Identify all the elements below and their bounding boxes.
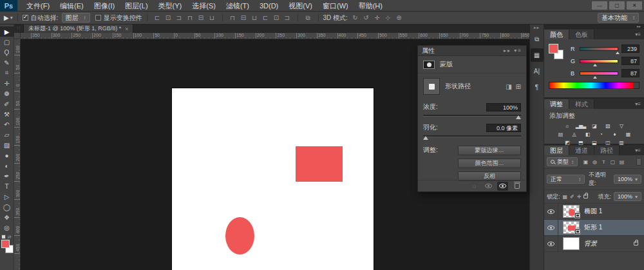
lock-pixels-icon[interactable]: ✐ <box>570 194 574 200</box>
channel-value-R[interactable]: 239 <box>621 44 639 53</box>
black-white-icon[interactable]: ◧ <box>582 130 593 138</box>
channel-slider-R[interactable] <box>580 47 618 51</box>
vibrance-icon[interactable]: ▽ <box>616 122 627 130</box>
align-vertical-centers-icon[interactable]: ⊟ <box>196 14 207 21</box>
menu-item-10[interactable]: 帮助(H) <box>354 0 388 12</box>
menu-item-3[interactable]: 图层(L) <box>120 0 153 12</box>
menu-item-7[interactable]: 3D(D) <box>254 0 283 12</box>
3d-roll-icon[interactable]: ↺ <box>361 14 372 21</box>
menu-item-5[interactable]: 选择(S) <box>187 0 221 12</box>
3d-drag-icon[interactable]: ✛ <box>372 14 383 21</box>
3d-slide-icon[interactable]: ⊹ <box>383 14 393 21</box>
density-slider-thumb[interactable] <box>516 115 521 119</box>
channel-mixer-icon[interactable]: ♦ <box>609 130 620 138</box>
zoom-tool[interactable]: ◎ <box>0 222 14 233</box>
filter-smart-objects-icon[interactable]: ▤ <box>618 158 626 166</box>
filter-switch-toggle[interactable] <box>636 158 641 166</box>
color-balance-icon[interactable]: ◬ <box>568 130 580 138</box>
disable-mask-icon[interactable] <box>497 182 508 191</box>
lock-transparency-icon[interactable]: ▦ <box>563 194 568 200</box>
auto-select-dropdown[interactable]: 图层↕ <box>62 13 90 23</box>
path-selection-tool[interactable]: ▷ <box>0 191 14 202</box>
exposure-icon[interactable]: ▧ <box>602 122 614 130</box>
layer-thumbnail[interactable] <box>563 237 580 250</box>
workspace-switcher[interactable]: 基本功能↕ <box>598 13 639 23</box>
tab-close-icon[interactable]: × <box>125 26 128 32</box>
brush-tool[interactable]: ✐ <box>0 99 14 109</box>
distribute-right-edges-icon[interactable]: ⊐ <box>282 14 293 21</box>
photo-filter-icon[interactable]: ◔ <box>595 130 607 138</box>
foreground-color-swatch[interactable] <box>549 44 558 53</box>
pen-tool[interactable]: ✒ <box>0 171 14 181</box>
default-colors-icon[interactable] <box>1 235 6 239</box>
ruler-vertical[interactable]: 10050050100150200250300350400450 <box>14 39 21 270</box>
document-canvas[interactable] <box>172 88 374 270</box>
properties-panel-header[interactable]: 属性 ▸▸ ▾≡ <box>418 46 526 56</box>
shape-tool[interactable]: ◯ <box>0 202 14 212</box>
layers-panel-menu-icon[interactable]: ▾≡ <box>632 148 644 153</box>
layer-visibility-toggle[interactable] <box>544 204 558 219</box>
blur-tool[interactable]: ● <box>0 150 14 160</box>
fill-dropdown[interactable]: 100% ▾ <box>614 192 641 201</box>
shape-path-thumbnail[interactable] <box>423 78 440 95</box>
curves-icon[interactable]: ◪ <box>589 122 600 130</box>
ruler-origin-corner[interactable] <box>14 33 21 39</box>
properties-panel-icon[interactable]: ▦ <box>531 48 544 62</box>
color-range-button[interactable]: 颜色范围… <box>458 159 521 168</box>
filter-adjustment-layers-icon[interactable]: ◍ <box>591 158 599 166</box>
blend-mode-dropdown[interactable]: 正常 ↕ <box>547 175 585 184</box>
layer-visibility-toggle[interactable] <box>544 220 558 235</box>
align-bottom-edges-icon[interactable]: ⊔ <box>207 14 218 21</box>
hand-tool[interactable]: ❖ <box>0 212 14 222</box>
minimize-button[interactable]: — <box>592 1 607 10</box>
menu-item-9[interactable]: 窗口(W) <box>317 0 354 12</box>
distribute-top-edges-icon[interactable]: ⊓ <box>227 14 238 21</box>
clone-stamp-tool[interactable]: ⚒ <box>0 109 14 119</box>
tab-通道[interactable]: 通道 <box>569 146 594 155</box>
show-transform-checkbox[interactable] <box>95 15 101 21</box>
layer-row-2[interactable]: 背景 <box>544 236 644 252</box>
restore-button[interactable]: ▢ <box>609 1 625 10</box>
channel-slider-G[interactable] <box>580 59 618 63</box>
spot-healing-brush-tool[interactable]: ❁ <box>0 88 14 99</box>
layer-visibility-toggle[interactable] <box>544 236 558 251</box>
density-value[interactable]: 100% <box>486 103 521 111</box>
feather-slider-thumb[interactable] <box>423 136 428 140</box>
adjustments-panel-menu-icon[interactable]: ▾≡ <box>632 101 644 107</box>
levels-icon[interactable]: ▂▅▃ <box>575 122 587 130</box>
delete-mask-icon[interactable] <box>511 182 522 191</box>
menu-item-1[interactable]: 编辑(E) <box>55 0 89 12</box>
gradient-tool[interactable]: ▨ <box>0 140 14 150</box>
tab-图层[interactable]: 图层 <box>544 146 569 155</box>
channel-slider-B[interactable] <box>580 72 618 75</box>
tool-preset-caret-icon[interactable]: ▾ <box>10 15 13 21</box>
align-right-edges-icon[interactable]: ⊐ <box>174 14 185 21</box>
menu-item-4[interactable]: 类型(Y) <box>153 0 187 12</box>
rectangle-shape[interactable] <box>296 146 343 182</box>
quick-selection-tool[interactable]: ✎ <box>0 57 14 68</box>
crop-tool[interactable]: ⌗ <box>0 68 14 78</box>
channel-value-B[interactable]: 87 <box>621 69 639 77</box>
dodge-tool[interactable]: ◐ <box>0 160 14 171</box>
auto-select-checkbox[interactable] <box>23 15 28 21</box>
channel-value-G[interactable]: 87 <box>621 57 639 65</box>
distribute-left-edges-icon[interactable]: ⊏ <box>260 14 271 21</box>
tab-颜色[interactable]: 颜色 <box>544 30 569 39</box>
eyedropper-tool[interactable]: ✛ <box>0 78 14 88</box>
apply-mask-icon[interactable] <box>483 182 494 191</box>
distribute-vertical-centers-icon[interactable]: ⊟ <box>238 14 249 21</box>
type-tool[interactable]: T <box>0 181 14 191</box>
filter-type-layers-icon[interactable]: T <box>600 158 608 166</box>
menu-item-6[interactable]: 滤镜(T) <box>221 0 254 12</box>
brightness-contrast-icon[interactable]: ☼ <box>562 122 573 130</box>
add-vector-mask-icon[interactable]: ⊞ <box>516 83 521 90</box>
color-panel-menu-icon[interactable]: ▾≡ <box>632 32 644 37</box>
eraser-tool[interactable]: ▱ <box>0 130 14 140</box>
spectrum-gradient[interactable] <box>549 82 633 88</box>
align-top-edges-icon[interactable]: ⊓ <box>185 14 196 21</box>
tab-路径[interactable]: 路径 <box>594 146 620 155</box>
document-tab[interactable]: 未标题-1 @ 100% (矩形 1, RGB/8) * × <box>23 24 133 33</box>
opacity-dropdown[interactable]: 100% ▾ <box>614 175 641 184</box>
3d-scale-icon[interactable]: ⊕ <box>393 14 404 21</box>
add-pixel-mask-icon[interactable]: ◨ <box>506 83 511 90</box>
